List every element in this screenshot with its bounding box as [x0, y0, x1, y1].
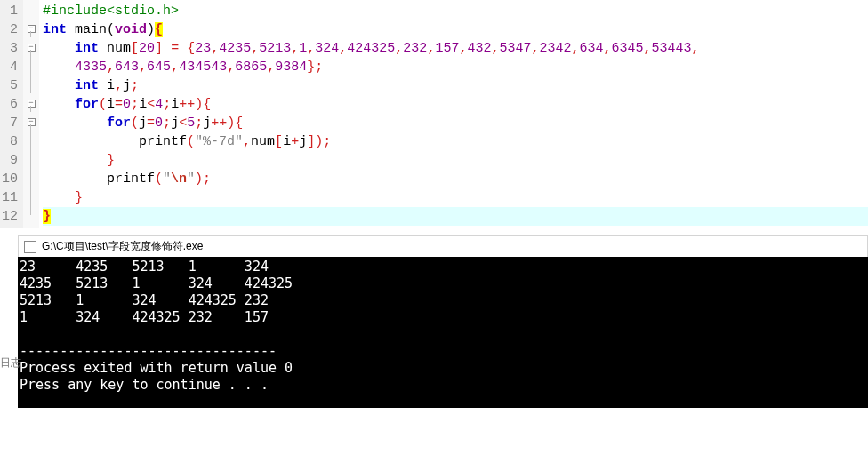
console-title-text: G:\C项目\test\字段宽度修饰符.exe: [42, 239, 203, 254]
fold-marker[interactable]: −: [23, 93, 39, 112]
code-line[interactable]: int num[20] = {23,4235,5213,1,324,424325…: [43, 39, 868, 58]
code-line[interactable]: #include<stdio.h>: [43, 2, 868, 20]
line-number: 5: [2, 76, 18, 95]
line-number: 12: [2, 207, 18, 226]
fold-marker[interactable]: −: [23, 37, 39, 56]
fold-collapse-icon[interactable]: −: [28, 25, 36, 33]
console-output[interactable]: 23 4235 5213 1 324 4235 5213 1 324 42432…: [18, 257, 868, 408]
line-number: 7: [2, 114, 18, 132]
code-line[interactable]: for(j=0;j<5;j++){: [43, 114, 868, 132]
fold-marker: [23, 131, 39, 149]
code-line[interactable]: }: [43, 188, 868, 207]
line-number: 6: [2, 95, 18, 114]
line-number: 4: [2, 58, 18, 76]
code-line[interactable]: 4335,643,645,434543,6865,9384};: [43, 58, 868, 76]
line-number: 8: [2, 132, 18, 151]
fold-marker[interactable]: −: [23, 19, 39, 37]
side-tab-log[interactable]: 日志: [0, 355, 21, 371]
console-app-icon: [24, 241, 36, 253]
code-area[interactable]: #include<stdio.h>int main(void){ int num…: [39, 0, 868, 228]
line-number: 10: [2, 170, 18, 188]
line-number: 9: [2, 151, 18, 170]
code-line[interactable]: int i,j;: [43, 76, 868, 95]
code-line[interactable]: int main(void){: [43, 20, 868, 39]
console-window: G:\C项目\test\字段宽度修饰符.exe 23 4235 5213 1 3…: [18, 236, 868, 408]
code-editor[interactable]: 123456789101112 −−−− #include<stdio.h>in…: [0, 0, 868, 228]
line-number: 3: [2, 39, 18, 58]
line-number: 2: [2, 20, 18, 39]
fold-marker: [23, 75, 39, 93]
line-number: 11: [2, 188, 18, 207]
code-line[interactable]: }: [43, 151, 868, 170]
fold-collapse-icon[interactable]: −: [28, 44, 36, 52]
code-line[interactable]: }: [43, 207, 868, 226]
fold-column[interactable]: −−−−: [23, 0, 39, 228]
code-line[interactable]: for(i=0;i<4;i++){: [43, 95, 868, 114]
fold-marker: [23, 168, 39, 187]
line-number-gutter: 123456789101112: [0, 0, 23, 228]
line-number: 1: [2, 2, 18, 20]
fold-marker: [23, 56, 39, 75]
fold-collapse-icon[interactable]: −: [28, 100, 36, 108]
code-line[interactable]: printf("\n");: [43, 170, 868, 188]
fold-marker: [23, 205, 39, 224]
fold-marker: [23, 0, 39, 19]
fold-marker[interactable]: −: [23, 112, 39, 131]
code-line[interactable]: printf("%-7d",num[i+j]);: [43, 132, 868, 151]
fold-marker: [23, 187, 39, 205]
fold-marker: [23, 149, 39, 168]
console-titlebar[interactable]: G:\C项目\test\字段宽度修饰符.exe: [18, 236, 868, 257]
fold-collapse-icon[interactable]: −: [28, 118, 36, 126]
